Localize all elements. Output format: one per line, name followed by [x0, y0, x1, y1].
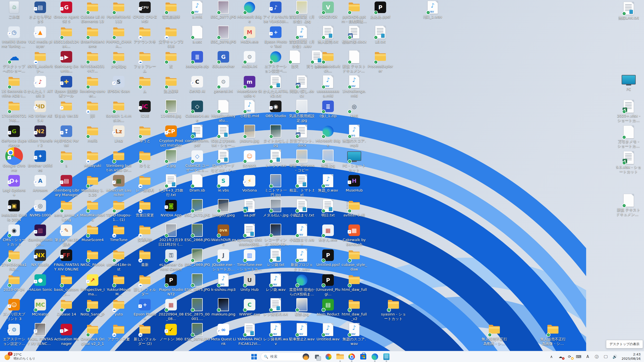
desktop-icon[interactable]: ☁6973_Audiority-...: [27, 50, 53, 73]
desktop-icon[interactable]: ✓タイトルなし.jpg: [263, 124, 289, 148]
desktop-icon[interactable]: ✓a: [53, 149, 79, 168]
desktop-icon[interactable]: ✓ESC_2877.JPG: [210, 1, 236, 19]
desktop-icon[interactable]: ⚙✓general.ini: [210, 75, 236, 94]
desktop-icon[interactable]: ♪WAV✓営業日変更（月水金）.wav: [289, 25, 315, 49]
desktop-icon[interactable]: ＋↗Epson Photo+ Tool: [263, 25, 289, 49]
desktop-icon[interactable]: ✓IDパスワードなど.txt - ショートカット: [210, 149, 236, 172]
desktop-icon[interactable]: ☁レジ袋有料: [132, 174, 158, 193]
desktop-icon[interactable]: ▶↗Activation Manager: [53, 323, 79, 346]
sync-update-icon[interactable]: ⟳●: [565, 352, 574, 361]
desktop-icon[interactable]: ✓MuseScore4: [79, 223, 106, 242]
desktop-icon[interactable]: U✓Unity Hub: [236, 273, 263, 292]
desktop-icon[interactable]: G✓GDLauncher: [210, 50, 236, 69]
desktop-icon[interactable]: PC: [616, 73, 642, 92]
desktop-icon[interactable]: G↗Groove Agent SE 5: [53, 1, 79, 24]
desktop-icon[interactable]: ＋↗Epson Photo+: [132, 298, 158, 321]
desktop-icon[interactable]: ✓MikuMikuWorld: [79, 199, 106, 222]
desktop-icon[interactable]: ✓avfilter-6.dll: [341, 199, 367, 218]
desktop-icon[interactable]: ✓hisasiburinoyatu...: [210, 100, 236, 123]
desktop-icon[interactable]: ✓YukkuriMovieM...: [106, 273, 132, 296]
desktop-icon[interactable]: ♪↗かんたん！ AITalk 3: [27, 75, 53, 98]
desktop-icon[interactable]: ☺↗ズバリ巨大プリント 3: [1, 298, 27, 321]
desktop-icon[interactable]: ✓無題.jpg: [315, 149, 341, 168]
desktop-icon[interactable]: ♪WAV✓uaaaaaaaaaa.mid: [315, 75, 341, 98]
desktop-icon[interactable]: ✓Steinberg built-in ASIO Driver 1.0.9: [106, 149, 132, 172]
desktop-icon[interactable]: MC✓MCreator: [27, 298, 53, 317]
jquake-icon[interactable]: Ⓙ: [592, 352, 601, 361]
desktop-icon[interactable]: ✓ESC_2878.JPG: [210, 25, 236, 44]
desktop-icon[interactable]: ♪WAV✓1hchallenge.mid: [341, 75, 367, 98]
desktop-icon[interactable]: ✓ProcessExplorer: [367, 50, 393, 73]
desktop-icon[interactable]: ◉↗OBS Studio: [263, 100, 289, 118]
desktop-icon[interactable]: ♪MP3✓無題のスコア.mp3: [341, 124, 367, 148]
desktop-icon[interactable]: ✓a.usc: [184, 25, 210, 44]
desktop-icon[interactable]: ✓pazuru.jpg: [236, 124, 263, 143]
desktop-icon[interactable]: ✓ppt2AD9.pptm - 自動回復済み: [341, 1, 367, 24]
desktop-icon[interactable]: ✓PIAPRO_CHARA...: [106, 25, 132, 49]
desktop-icon[interactable]: ✓枝豆、トマト.txt: [289, 174, 315, 197]
desktop-icon[interactable]: ◎✓VMS: [341, 100, 367, 118]
desktop-icon[interactable]: ✓YAMAHA PACIFICA612VI...: [236, 323, 263, 346]
desktop-icon[interactable]: CP↗Crypton Product Installer: [158, 124, 184, 148]
desktop-icon[interactable]: ↗Google Chrome: [1, 149, 27, 172]
desktop-icon[interactable]: ☁交通事故: [132, 223, 158, 242]
desktop-icon[interactable]: X✓9.5.xlsx - ショートカット: [616, 151, 642, 174]
desktop-icon[interactable]: ✓無線LAN.txt: [616, 2, 642, 20]
desktop-icon[interactable]: ✓ム: [132, 75, 158, 94]
desktop-icon[interactable]: ✓html_daw_full: [341, 273, 367, 292]
desktop-icon[interactable]: ☁✓デスクトップ へのショートカット (OneDri...: [1, 50, 27, 73]
desktop-icon[interactable]: Lz↗Lhaz: [106, 124, 132, 143]
desktop-icon[interactable]: ✓consentform.pdf: [184, 124, 210, 148]
desktop-icon[interactable]: P✓(Unsaved_Plugi...: [315, 273, 341, 296]
desktop-icon[interactable]: ♪WAV✓小校歌.mid: [236, 100, 263, 118]
desktop-icon[interactable]: ✓電気自動車: [158, 1, 184, 19]
desktop-icon[interactable]: ◎↗NVMS-1000: [27, 199, 53, 218]
desktop-icon[interactable]: ✓basic_custom_c...: [53, 273, 79, 296]
desktop-icon[interactable]: ✓IDおよびpass.txt - ショートカット: [210, 124, 236, 148]
desktop-icon[interactable]: ✓Dram.sb: [184, 174, 210, 193]
desktop-icon[interactable]: ✎↗筆まめ Ver.33起動: [53, 223, 79, 247]
desktop-icon[interactable]: ✦↗Brother Utilities: [27, 149, 53, 172]
desktop-icon[interactable]: ♪WAV✓駐車禁止2.wav: [289, 323, 315, 342]
desktop-icon[interactable]: ✓83011dbd124a4...: [53, 25, 79, 49]
show-desktop-button[interactable]: [640, 353, 642, 361]
desktop-icon[interactable]: ✓cubase_style_daw: [341, 248, 367, 272]
weather-widget[interactable]: ☁ 7 27°C 晴れのちくもり: [3, 352, 37, 361]
notepad-button[interactable]: [381, 352, 391, 362]
desktop-icon[interactable]: ✓Cubase LE AI Elements 13: [79, 1, 106, 24]
desktop-icon[interactable]: ☁TimeTune: [106, 223, 132, 242]
desktop-icon[interactable]: ✓ParallelWorld112: [106, 1, 132, 24]
desktop-icon[interactable]: ☁最新: [132, 248, 158, 267]
copilot-button[interactable]: [324, 352, 334, 362]
desktop-icon[interactable]: A↗Artroom: [27, 174, 53, 193]
desktop-icon[interactable]: ✓image0.jpeg: [210, 199, 236, 218]
desktop-icon[interactable]: ✓15 Seconds Online ADB Installer an...: [1, 75, 27, 98]
desktop-icon[interactable]: S✓ie.vbs: [210, 174, 236, 193]
desktop-icon[interactable]: ✓ESC_2876.JPG: [184, 323, 210, 342]
desktop-icon[interactable]: ✓新規 テキスト ドキュメント.txt: [616, 194, 642, 217]
desktop-icon[interactable]: ✓Cubase 14: [53, 298, 79, 317]
desktop-icon[interactable]: ✓ミニトマト一円.jpg: [263, 174, 289, 197]
desktop-icon[interactable]: ♪WAV✓レジ袋有料.wav: [263, 323, 289, 346]
desktop-icon[interactable]: ✓png2jpg: [106, 50, 132, 69]
desktop-icon[interactable]: ⚙✓MoZA.ini: [236, 50, 263, 69]
desktop-icon[interactable]: N2↗Nikon Transfer 2: [27, 124, 53, 148]
search-input[interactable]: 🔍検索: [261, 352, 310, 361]
desktop-icon[interactable]: ♪WAV✓小銭詰まり.wav: [289, 223, 315, 247]
desktop-icon[interactable]: ◷↗Intel(R) Extreme Tuning Utility: [1, 25, 27, 49]
desktop-icon[interactable]: ✓html_daw_full_v2: [341, 298, 367, 321]
task-view-button[interactable]: [312, 352, 322, 362]
desktop-icon[interactable]: ✓トークン.txt: [263, 149, 289, 168]
desktop-icon[interactable]: ◉✓CMS - ショートカット: [1, 223, 27, 247]
desktop-icon[interactable]: S↗EPSON Scan: [106, 75, 132, 94]
desktop-icon[interactable]: C↗CeVIO AI: [184, 75, 210, 94]
desktop-icon[interactable]: ✓ESC_2875_00001....: [184, 298, 210, 321]
desktop-icon[interactable]: ✓Scratch 1.4.msi.in...: [106, 100, 132, 123]
onedrive-error-icon[interactable]: ☁✕: [556, 352, 565, 361]
desktop-icon[interactable]: ✓3_24+3_25旅行.txt: [158, 174, 184, 197]
desktop-icon[interactable]: ✓無人販売不正行為動画 - ショートカット: [481, 323, 507, 346]
desktop-icon[interactable]: ✓レコーディング 2025-03-1...: [263, 223, 289, 247]
desktop-icon[interactable]: ▦✓林さん.exe: [315, 223, 341, 242]
edge-button[interactable]: [370, 352, 380, 362]
desktop-icon[interactable]: ▲↗VLC media player: [27, 25, 53, 49]
